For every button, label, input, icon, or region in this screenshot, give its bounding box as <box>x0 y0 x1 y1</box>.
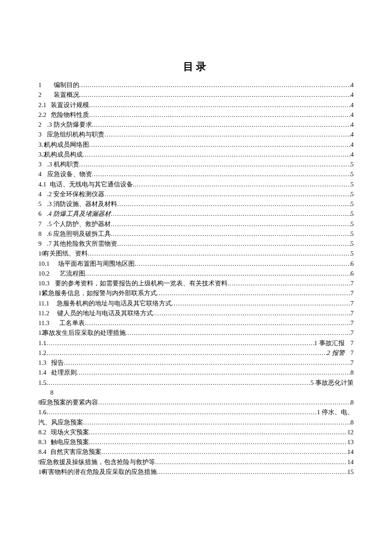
toc-leader-dots <box>79 160 351 169</box>
toc-entry: 1.5 5 事故恶化计策 <box>38 378 354 388</box>
toc-leader-dots <box>92 170 351 179</box>
toc-entry-number: 12 <box>38 328 43 338</box>
toc-leader-dots <box>133 180 351 189</box>
toc-entry-number: 10.1 <box>38 259 45 269</box>
toc-entry-number: 8.2 <box>38 427 44 437</box>
toc-entry-label: 应急设备、物资 <box>47 169 92 179</box>
toc-entry-gap <box>45 368 51 378</box>
toc-entry-number: 11.1 <box>38 299 44 308</box>
toc-leader-dots <box>157 468 347 477</box>
toc-entry-gap <box>45 358 51 368</box>
toc-entry-number: 2.1 <box>38 100 44 110</box>
toc-entry-page: 1 事故汇报 <box>314 338 344 348</box>
toc-entry-gap <box>41 90 54 100</box>
toc-entry-page: 13 <box>347 437 354 447</box>
toc-entry: 10 有关图纸、资料5 <box>38 249 354 259</box>
toc-entry-page: 6 <box>351 269 354 279</box>
toc-entry-gap <box>44 447 50 457</box>
toc-entry-gap <box>41 169 47 179</box>
toc-entry-page: 8 <box>351 418 354 427</box>
toc-entry-label: 电话、无线电与其它通信设备 <box>50 180 133 189</box>
toc-entry-number: 10 <box>38 467 42 477</box>
toc-entry-gap <box>44 427 51 437</box>
toc-entry-label: 工名单表 <box>59 318 85 328</box>
toc-entry: 3 应急组织机构与职责 4 <box>38 130 354 139</box>
toc-entry-page: 5 <box>351 229 354 239</box>
toc-entry-gap <box>44 299 57 308</box>
toc-entry-number: 10.2 <box>38 269 47 279</box>
toc-entry-number: 4.1 <box>38 180 43 189</box>
toc-entry-gap <box>40 130 47 139</box>
toc-entry-gap <box>44 110 51 120</box>
toc-entry-page: 4 <box>351 80 354 90</box>
toc-entry: 1 编制目的4 <box>38 80 354 90</box>
toc-entry-page: 4 <box>351 140 354 150</box>
toc-leader-dots <box>85 319 350 328</box>
toc-entry: 2 装置概况4 <box>38 90 354 100</box>
toc-entry-label: 机构成员网络图 <box>44 140 89 150</box>
toc-entry-label: .3 消防设施、器材及材料 <box>47 199 117 209</box>
toc-entry: 9 应急救援及操纵措施，包含抢险与救护等 14 <box>38 457 354 467</box>
toc-entry: 11.1 急服务机构的地址与电话及其它联络方式7 <box>38 299 354 308</box>
toc-entry-number: 1.5 <box>38 378 44 388</box>
toc-entry-number: 8.4 <box>38 447 44 457</box>
toc-leader-dots <box>89 438 347 447</box>
toc-entry-page: 7 <box>351 279 354 288</box>
toc-leader-dots <box>85 269 351 279</box>
toc-entry-gap <box>44 308 57 318</box>
toc-leader-dots <box>92 120 351 130</box>
toc-entry-label: 应急组织机构与职责 <box>47 130 104 139</box>
toc-entry-page: 6 <box>351 259 354 269</box>
toc-entry-label: 触电应急预案 <box>51 437 89 447</box>
toc-entry-page: 1 停水、电、 <box>317 407 354 417</box>
toc-entry-number: 11.2 <box>38 308 44 318</box>
toc-entry-number: 3.2 <box>38 150 44 160</box>
toc-leader-dots <box>44 339 314 348</box>
toc-entry: 2 .3 防火防爆要求4 <box>38 120 354 130</box>
toc-entry: 11 紧急服务信息，如报警与内外部联系方式7 <box>38 288 354 298</box>
toc-entry-number: 11.3 <box>38 318 46 328</box>
toc-entry-label: 要的参考资料，如需要报告的上级机构一览表、有关技术资料 <box>55 279 228 288</box>
toc-entry-tail: 7 <box>351 338 354 348</box>
toc-entry-number: 8.3 <box>38 437 44 447</box>
toc-entry-gap <box>40 239 47 249</box>
toc-entry-label: 报告 <box>51 358 64 368</box>
toc-entry-number: 3.1 <box>38 140 44 150</box>
toc-entry: 1.3 报告 7 <box>38 358 354 368</box>
toc-entry-label: 键人员的地址与电话及其联络方式 <box>57 308 153 318</box>
toc-entry: 1.4 处理原则 8 <box>38 368 354 378</box>
toc-leader-dots <box>157 289 351 298</box>
toc-leader-dots <box>101 447 347 457</box>
toc-entry-label: 有害物料的潜在危险及应采取的应急措施 <box>42 467 157 477</box>
toc-entry: 5 .3 消防设施、器材及材料5 <box>38 199 354 209</box>
toc-entry: 汽、风应急预案8 <box>38 418 354 427</box>
toc-entry-gap <box>41 160 47 169</box>
toc-entry: 2.2 危险物料性质 4 <box>38 110 354 120</box>
toc-entry: 8 应急预案的要紧内容8 <box>38 398 354 407</box>
toc-entry-gap <box>47 269 60 279</box>
toc-entry-label: 处理原则 <box>51 368 77 378</box>
toc-entry-gap <box>41 120 47 130</box>
toc-entry-label: 编制目的 <box>54 80 79 90</box>
toc-leader-dots <box>89 101 351 110</box>
toc-entry-label: 机构成员构成 <box>44 150 83 160</box>
toc-entry-page: 8 <box>351 368 354 378</box>
toc-entry-page: 5 <box>351 239 354 249</box>
toc-leader-dots <box>79 81 351 90</box>
toc-entry: 1.2 2 报警7 <box>38 348 354 358</box>
toc-entry-number: 1.3 <box>38 358 45 368</box>
toc-entry-label: .2 安全环保检测仪器 <box>47 189 104 199</box>
toc-entry-number: 1.2 <box>38 348 45 358</box>
toc-leader-dots <box>104 190 350 199</box>
toc-entry-label: 场平面布置图与周围地区图 <box>58 259 135 269</box>
toc-entry-page: 5 <box>351 189 354 199</box>
toc-entry-gap <box>43 180 50 189</box>
toc-entry-page: 5 <box>351 219 354 229</box>
toc-entry-page: 15 <box>347 467 354 477</box>
toc-entry-page: 5 <box>351 209 354 219</box>
toc-entry-page: 5 事故恶化计策 <box>311 378 354 388</box>
toc-entry-page: 12 <box>347 427 354 437</box>
toc-entry: 4.1 电话、无线电与其它通信设备 5 <box>38 180 354 189</box>
toc-entry-page: 5 <box>351 169 354 179</box>
toc-entry: 8 .6 应急照明及破拆工具5 <box>38 229 354 239</box>
